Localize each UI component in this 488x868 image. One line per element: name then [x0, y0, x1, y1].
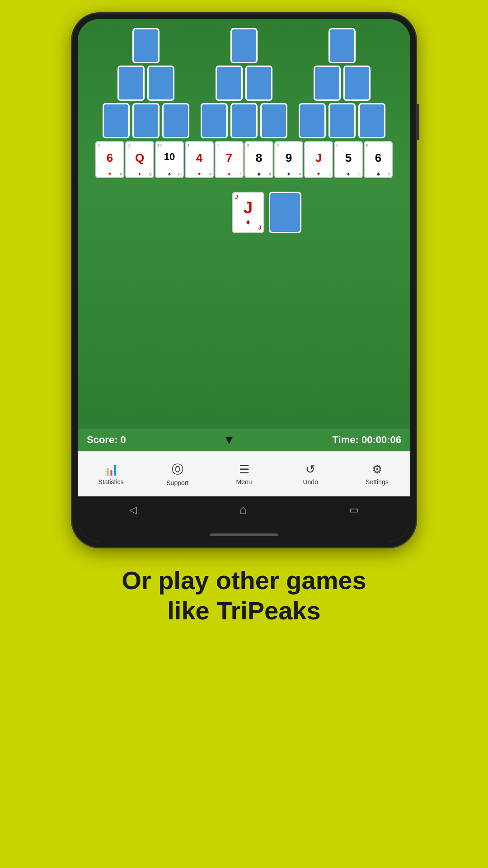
score-bar: Score: 0 ▼ Time: 00:00:06	[78, 429, 410, 451]
peak-1	[103, 28, 189, 138]
menu-button[interactable]: ☰ Menu	[211, 462, 277, 486]
support-button[interactable]: ⓪ Support	[144, 462, 211, 486]
card-back[interactable]	[216, 66, 243, 101]
phone-screen: 6 6 ♥ 6 Q Q ♦ Q 10 10 ♠ 10	[78, 19, 410, 542]
peak-3	[299, 28, 385, 138]
card-back[interactable]	[132, 28, 160, 63]
home-indicator	[210, 533, 278, 536]
card-back[interactable]	[103, 103, 130, 138]
card-8-clubs[interactable]: 8 8 ♣ 8	[244, 141, 273, 178]
undo-button[interactable]: ↺ Undo	[277, 462, 344, 486]
recents-button[interactable]: ▭	[349, 504, 359, 516]
card-back[interactable]	[245, 66, 272, 101]
menu-label: Menu	[236, 478, 252, 486]
statistics-label: Statistics	[99, 478, 124, 486]
card-back[interactable]	[162, 103, 189, 138]
statistics-icon: 📊	[104, 462, 118, 476]
card-back[interactable]	[147, 66, 174, 101]
promo-text: Or play other games like TriPeaks	[94, 565, 394, 626]
support-icon: ⓪	[172, 462, 183, 477]
card-back[interactable]	[314, 66, 341, 101]
card-10-spades[interactable]: 10 10 ♠ 10	[155, 141, 184, 178]
card-back[interactable]	[117, 66, 145, 101]
time-display: Time: 00:00:06	[333, 434, 401, 446]
card-back[interactable]	[230, 103, 258, 138]
card-back[interactable]	[260, 103, 287, 138]
play-area: J J ♦ J	[232, 192, 301, 233]
phone-shell: 6 6 ♥ 6 Q Q ♦ Q 10 10 ♠ 10	[72, 14, 416, 547]
card-7-diamonds[interactable]: 7 7 ♦ 7	[215, 141, 244, 178]
home-indicator-bar	[78, 528, 410, 542]
home-button[interactable]: ⌂	[239, 503, 247, 517]
undo-label: Undo	[303, 478, 318, 486]
card-Q-diamonds[interactable]: Q Q ♦ Q	[125, 141, 154, 178]
card-6-hearts[interactable]: 6 6 ♥ 6	[95, 141, 124, 178]
card-back[interactable]	[343, 66, 371, 101]
card-back[interactable]	[230, 28, 258, 63]
card-back[interactable]	[328, 28, 356, 63]
promo-line-2: like TriPeaks	[167, 596, 320, 625]
support-label: Support	[166, 479, 188, 486]
statistics-button[interactable]: 📊 Statistics	[78, 462, 144, 486]
card-9-spades[interactable]: 9 9 ♠ 9	[274, 141, 303, 178]
game-area: 6 6 ♥ 6 Q Q ♦ Q 10 10 ♠ 10	[78, 19, 410, 429]
toolbar: 📊 Statistics ⓪ Support ☰ Menu ↺ Undo ⚙ S…	[78, 451, 410, 496]
card-5-spades[interactable]: 5 5 ♠ 5	[334, 141, 363, 178]
undo-icon: ↺	[305, 462, 315, 476]
menu-icon: ☰	[239, 462, 249, 476]
card-back[interactable]	[299, 103, 326, 138]
pyramid	[97, 28, 391, 138]
card-back[interactable]	[358, 103, 385, 138]
nav-bar: ◁ ⌂ ▭	[78, 496, 410, 528]
settings-label: Settings	[366, 478, 389, 486]
card-6-clubs[interactable]: 6 6 ♣ 6	[364, 141, 393, 178]
card-J-hearts[interactable]: J J ♥ J	[304, 141, 333, 178]
back-button[interactable]: ◁	[129, 504, 137, 516]
discard-pile-card[interactable]: J J ♦ J	[232, 192, 264, 233]
score-display: Score: 0	[87, 434, 126, 446]
face-up-cards-row: 6 6 ♥ 6 Q Q ♦ Q 10 10 ♠ 10	[84, 141, 404, 178]
promo-line-1: Or play other games	[122, 566, 366, 594]
card-back[interactable]	[201, 103, 228, 138]
card-back[interactable]	[132, 103, 160, 138]
card-4-hearts[interactable]: 4 4 ♥ 4	[185, 141, 214, 178]
peak-2	[201, 28, 287, 138]
settings-button[interactable]: ⚙ Settings	[344, 462, 410, 486]
stock-pile[interactable]	[269, 192, 301, 233]
chevron-down-icon[interactable]: ▼	[223, 433, 235, 447]
settings-icon: ⚙	[372, 462, 382, 476]
card-back[interactable]	[328, 103, 356, 138]
